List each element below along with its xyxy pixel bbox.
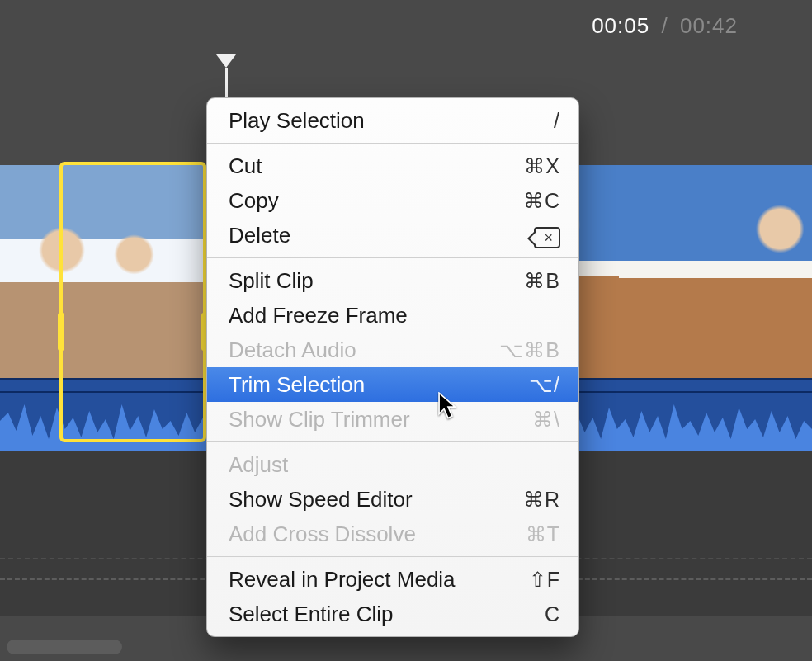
menu-item-label: Delete <box>229 221 290 249</box>
clip-thumbnail[interactable] <box>619 165 812 378</box>
context-menu[interactable]: Play Selection/Cut⌘XCopy⌘CDelete×Split C… <box>206 97 579 637</box>
menu-item-play-selection[interactable]: Play Selection/ <box>207 103 578 138</box>
menu-item-shortcut: ⌘T <box>526 520 560 548</box>
menu-item-show-clip-trimmer: Show Clip Trimmer⌘\ <box>207 402 578 437</box>
menu-item-label: Show Clip Trimmer <box>229 405 410 433</box>
menu-item-label: Add Freeze Frame <box>229 301 408 329</box>
menu-item-shortcut: ⌘X <box>524 152 560 180</box>
menu-item-select-entire-clip[interactable]: Select Entire ClipC <box>207 597 578 631</box>
menu-item-split-clip[interactable]: Split Clip⌘B <box>207 263 578 298</box>
menu-item-delete[interactable]: Delete× <box>207 218 578 253</box>
menu-item-show-speed-editor[interactable]: Show Speed Editor⌘R <box>207 482 578 517</box>
menu-item-label: Detach Audio <box>229 336 356 364</box>
timecode-total: 00:42 <box>680 13 738 38</box>
menu-separator <box>207 441 578 442</box>
menu-item-label: Adjust <box>229 451 288 479</box>
timecode-separator: / <box>656 13 673 38</box>
playhead-triangle-icon <box>216 54 236 68</box>
horizontal-scrollbar[interactable] <box>7 640 122 654</box>
menu-separator <box>207 556 578 557</box>
menu-item-label: Play Selection <box>229 106 365 135</box>
menu-item-shortcut: ⌥/ <box>529 371 560 399</box>
delete-key-icon: × <box>534 227 560 248</box>
menu-item-reveal-in-project-media[interactable]: Reveal in Project Media⇧F <box>207 562 578 597</box>
menu-separator <box>207 143 578 144</box>
playhead-marker[interactable] <box>216 54 236 101</box>
menu-item-adjust: Adjust <box>207 447 578 482</box>
timecode-display: 00:05 / 00:42 <box>592 13 738 39</box>
playhead-line <box>225 68 228 101</box>
menu-item-shortcut: ⌘R <box>523 485 560 513</box>
menu-item-detach-audio: Detach Audio⌥⌘B <box>207 333 578 367</box>
menu-item-label: Show Speed Editor <box>229 485 413 513</box>
menu-item-shortcut: ⌘C <box>523 186 560 215</box>
menu-item-trim-selection[interactable]: Trim Selection⌥/ <box>207 367 578 402</box>
menu-item-label: Copy <box>229 186 279 215</box>
menu-item-copy[interactable]: Copy⌘C <box>207 183 578 218</box>
menu-item-shortcut: ⌥⌘B <box>499 336 560 364</box>
menu-item-label: Cut <box>229 152 262 180</box>
menu-item-cut[interactable]: Cut⌘X <box>207 149 578 183</box>
menu-item-shortcut: × <box>534 221 560 249</box>
menu-item-label: Reveal in Project Media <box>229 565 456 593</box>
menu-item-label: Select Entire Clip <box>229 600 393 628</box>
timecode-current: 00:05 <box>592 13 649 38</box>
menu-item-add-cross-dissolve: Add Cross Dissolve⌘T <box>207 517 578 551</box>
menu-separator <box>207 257 578 258</box>
menu-item-shortcut: ⇧F <box>529 565 560 593</box>
menu-item-shortcut: C <box>545 600 560 628</box>
menu-item-shortcut: ⌘\ <box>532 405 560 433</box>
menu-item-label: Add Cross Dissolve <box>229 520 416 548</box>
menu-item-label: Split Clip <box>229 267 314 295</box>
menu-item-shortcut: / <box>554 106 560 135</box>
menu-item-add-freeze-frame[interactable]: Add Freeze Frame <box>207 298 578 333</box>
menu-item-label: Trim Selection <box>229 371 365 399</box>
menu-item-shortcut: ⌘B <box>524 267 560 295</box>
selection-range-handle[interactable] <box>59 162 206 442</box>
